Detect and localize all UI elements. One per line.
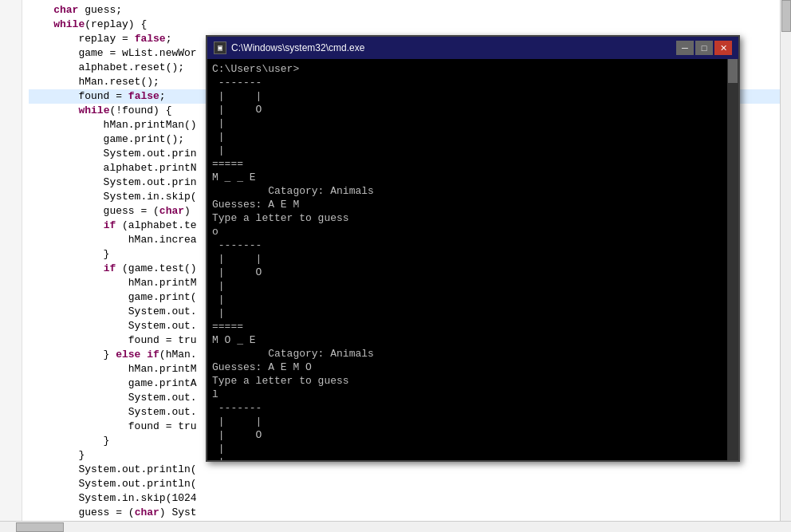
code-line: System.in.skip(1024 (29, 491, 785, 506)
line-numbers (0, 0, 22, 532)
scrollbar-h-thumb[interactable] (16, 522, 64, 532)
minimize-button[interactable]: ─ (676, 41, 694, 55)
cmd-window: ▣ C:\Windows\system32\cmd.exe ─ □ ✕ C:\U… (206, 35, 740, 462)
horizontal-scrollbar[interactable] (0, 521, 791, 532)
cmd-icon-symbol: ▣ (218, 43, 222, 53)
code-line: System.out.println( (29, 463, 785, 477)
code-line: char guess; (29, 3, 785, 18)
code-line: guess = (char) Syst (29, 506, 785, 520)
scrollbar-thumb[interactable] (781, 0, 791, 32)
maximize-button[interactable]: □ (695, 41, 713, 55)
code-line: System.out.println( (29, 477, 785, 491)
vertical-scrollbar[interactable] (780, 0, 791, 532)
cmd-titlebar: ▣ C:\Windows\system32\cmd.exe ─ □ ✕ (207, 37, 738, 59)
close-button[interactable]: ✕ (714, 41, 732, 55)
cmd-window-controls: ─ □ ✕ (676, 41, 732, 55)
cmd-scrollbar[interactable] (727, 59, 738, 460)
code-line: while(replay) { (29, 18, 785, 32)
cmd-output: C:\Users\user> ------- | | | O | | | ===… (207, 59, 738, 460)
cmd-body: C:\Users\user> ------- | | | O | | | ===… (207, 59, 738, 460)
cmd-icon: ▣ (214, 41, 226, 54)
cmd-title: C:\Windows\system32\cmd.exe (231, 42, 676, 53)
cmd-scroll-thumb[interactable] (728, 59, 738, 83)
